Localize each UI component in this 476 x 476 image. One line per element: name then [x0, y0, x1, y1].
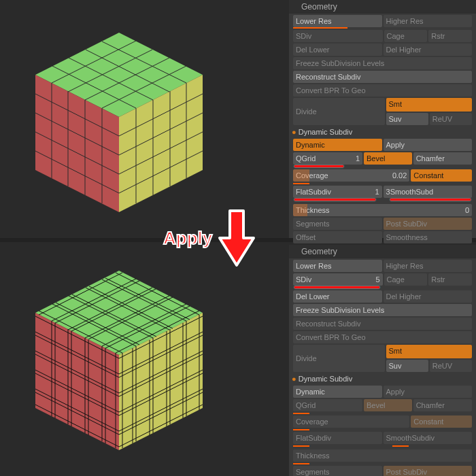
geometry-panel-after: Geometry Lower Res Higher Res SDiv 5 Cag…	[289, 245, 476, 476]
chamfer-toggle[interactable]: Chamfer	[413, 152, 472, 165]
del-higher-button[interactable]: Del Higher	[384, 44, 473, 56]
higher-res-button[interactable]: Higher Res	[384, 15, 473, 27]
freeze-subdiv-button[interactable]: Freeze SubDivision Levels	[293, 304, 472, 316]
dynamic-toggle[interactable]: Dynamic	[293, 139, 382, 151]
flatsubdiv-slider[interactable]: FlatSubdiv	[293, 432, 382, 444]
panel-header[interactable]: Geometry	[289, 0, 476, 14]
thickness-handle-icon	[293, 463, 309, 464]
flat-highlight-icon	[294, 199, 375, 201]
rstr-button[interactable]: Rstr	[428, 273, 472, 286]
coverage-value: 0.02	[392, 169, 407, 182]
sdiv-highlight-icon	[294, 286, 379, 288]
constant-toggle[interactable]: Constant	[411, 169, 472, 182]
dynamic-subdiv-section[interactable]: ● Dynamic Subdiv	[289, 373, 476, 384]
cube-before	[20, 27, 218, 219]
qgrid-highlight-icon	[294, 165, 343, 167]
lower-res-button[interactable]: Lower Res	[293, 15, 382, 27]
flatsubdiv-value: 1	[375, 186, 379, 198]
lower-res-underline-icon	[293, 27, 347, 29]
chamfer-toggle[interactable]: Chamfer	[413, 399, 472, 411]
coverage-slider[interactable]: Coverage	[293, 415, 409, 428]
segments-slider[interactable]: Segments	[293, 218, 382, 230]
reconstruct-subdiv-button[interactable]: Reconstruct Subdiv	[293, 71, 472, 83]
rstr-button[interactable]: Rstr	[428, 30, 472, 42]
flatsubdiv-slider[interactable]: FlatSubdiv 1	[293, 186, 382, 198]
suv-toggle[interactable]: Suv	[386, 360, 428, 372]
post-subdiv-toggle[interactable]: Post SubDiv	[384, 466, 473, 476]
dynamic-subdiv-label: Dynamic Subdiv	[299, 375, 352, 383]
viewport-before	[0, 0, 289, 238]
cube-after	[20, 265, 218, 457]
coverage-handle-icon	[293, 183, 309, 184]
geometry-panel-before: Geometry Lower Res Higher Res SDiv Cage …	[289, 0, 476, 238]
sdiv-label: SDiv	[296, 275, 311, 284]
smt-toggle[interactable]: Smt	[386, 98, 473, 112]
constant-toggle[interactable]: Constant	[411, 415, 472, 428]
offset-slider[interactable]: Offset	[293, 231, 382, 243]
apply-label: Apply	[163, 228, 212, 249]
lower-res-button[interactable]: Lower Res	[293, 260, 382, 272]
convert-bpr-button[interactable]: Convert BPR To Geo	[293, 84, 472, 97]
smoothsubdiv-slider[interactable]: 3 SmoothSubd	[384, 186, 473, 198]
coverage-slider[interactable]: Coverage 0.02	[293, 169, 409, 182]
post-subdiv-toggle[interactable]: Post SubDiv	[384, 218, 473, 230]
smooth-highlight-icon	[390, 199, 471, 201]
del-higher-button[interactable]: Del Higher	[384, 290, 473, 303]
arrow-down-icon	[216, 207, 257, 269]
thickness-slider[interactable]: Thickness	[293, 449, 472, 462]
thickness-value: 0	[465, 204, 469, 216]
sdiv-slider[interactable]: SDiv	[293, 30, 383, 42]
reuv-button[interactable]: ReUV	[430, 113, 472, 125]
smoothness-slider[interactable]: Smoothness	[384, 231, 473, 243]
suv-toggle[interactable]: Suv	[386, 113, 428, 125]
bevel-toggle[interactable]: Bevel	[364, 152, 412, 165]
apply-button[interactable]: Apply	[384, 386, 473, 398]
smoothsubdiv-label: SmoothSubd	[390, 188, 434, 196]
flatsubdiv-label: FlatSubdiv	[296, 188, 331, 196]
del-lower-button[interactable]: Del Lower	[293, 44, 382, 56]
cage-button[interactable]: Cage	[384, 30, 428, 42]
smt-toggle[interactable]: Smt	[386, 345, 473, 358]
qgrid-slider[interactable]: QGrid	[293, 399, 362, 411]
convert-bpr-button[interactable]: Convert BPR To Geo	[293, 331, 472, 343]
dynamic-subdiv-label: Dynamic Subdiv	[299, 128, 352, 136]
thickness-slider[interactable]: Thickness 0	[293, 204, 472, 216]
divide-button[interactable]: Divide	[293, 345, 385, 372]
bevel-toggle[interactable]: Bevel	[364, 399, 412, 411]
segments-slider[interactable]: Segments	[293, 466, 382, 476]
smooth-handle-icon	[392, 445, 409, 447]
smoothsubdiv-slider[interactable]: SmoothSubdiv	[384, 432, 473, 444]
sdiv-value: 5	[375, 273, 379, 286]
sdiv-slider[interactable]: SDiv 5	[293, 273, 383, 286]
reconstruct-subdiv-button[interactable]: Reconstruct Subdiv	[293, 318, 472, 330]
reuv-button[interactable]: ReUV	[430, 360, 472, 372]
dynamic-toggle[interactable]: Dynamic	[293, 386, 382, 398]
qgrid-slider[interactable]: QGrid 1	[293, 152, 362, 165]
viewport-after	[0, 238, 289, 476]
cage-button[interactable]: Cage	[384, 273, 428, 286]
higher-res-button[interactable]: Higher Res	[384, 260, 473, 272]
qgrid-label: QGrid	[296, 154, 316, 163]
flat-handle-icon	[293, 445, 309, 447]
apply-button[interactable]: Apply	[384, 139, 473, 151]
divide-button[interactable]: Divide	[293, 98, 385, 125]
qgrid-value: 1	[356, 152, 360, 165]
del-lower-button[interactable]: Del Lower	[293, 290, 382, 303]
qgrid-handle-icon	[293, 413, 309, 414]
freeze-subdiv-button[interactable]: Freeze SubDivision Levels	[293, 57, 472, 69]
dynamic-subdiv-section[interactable]: ● Dynamic Subdiv	[289, 126, 476, 137]
coverage-handle-icon	[293, 429, 309, 430]
apply-arrow: Apply	[163, 207, 286, 269]
panel-header[interactable]: Geometry	[289, 245, 476, 258]
